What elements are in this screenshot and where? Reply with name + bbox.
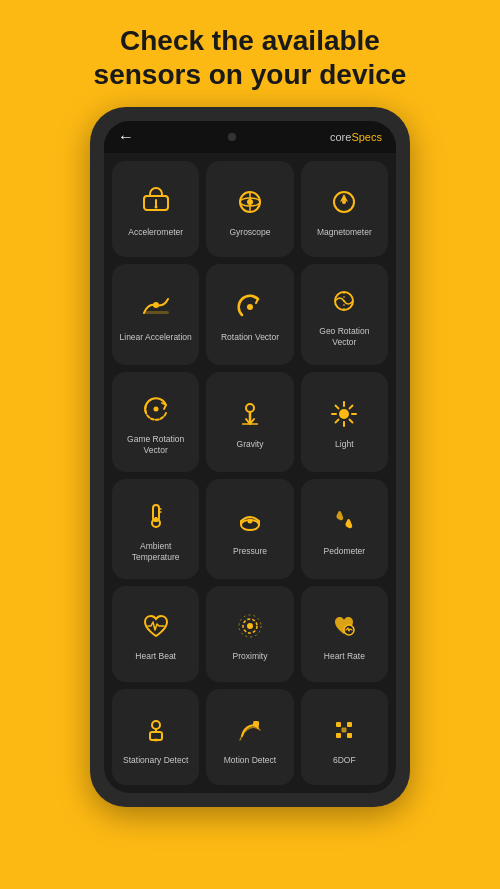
- pressure-icon: [231, 502, 269, 540]
- sensor-game-rotation-vector[interactable]: Game Rotation Vector: [112, 372, 199, 472]
- heart-beat-icon: [137, 607, 175, 645]
- game-rotation-vector-icon: [137, 390, 175, 428]
- sensor-light[interactable]: Light: [301, 372, 388, 472]
- header-line2: sensors on your device: [94, 59, 407, 90]
- sensor-heart-beat[interactable]: Heart Beat: [112, 586, 199, 682]
- header-text: Check the available sensors on your devi…: [64, 0, 437, 107]
- back-button[interactable]: ←: [118, 128, 134, 146]
- sensor-gravity[interactable]: Gravity: [206, 372, 293, 472]
- sensor-linear-acceleration[interactable]: Linear Acceleration: [112, 264, 199, 364]
- magnetometer-icon: [325, 183, 363, 221]
- sensor-magnetometer[interactable]: Magnetometer: [301, 161, 388, 257]
- phone-top-bar: ← coreSpecs: [104, 121, 396, 153]
- stationary-detect-label: Stationary Detect: [123, 755, 188, 766]
- svg-point-8: [342, 200, 346, 204]
- sensors-grid[interactable]: Accelerometer Gyroscope Magnetometer: [104, 153, 396, 793]
- accelerometer-icon: [137, 183, 175, 221]
- svg-point-38: [152, 721, 160, 729]
- geo-rotation-vector-icon: [325, 282, 363, 320]
- sensor-geo-rotation-vector[interactable]: Geo Rotation Vector: [301, 264, 388, 364]
- svg-point-32: [247, 519, 252, 524]
- svg-point-2: [154, 205, 157, 208]
- svg-point-10: [153, 302, 159, 308]
- phone-screen: ← coreSpecs Accelerometer Gyroscope: [104, 121, 396, 793]
- rotation-vector-label: Rotation Vector: [221, 332, 279, 343]
- gyroscope-icon: [231, 183, 269, 221]
- camera-dot: [228, 133, 236, 141]
- ambient-temperature-label: Ambient Temperature: [118, 541, 193, 563]
- 6dof-label: 6DOF: [333, 755, 356, 766]
- heart-rate-icon: [325, 607, 363, 645]
- svg-line-25: [336, 420, 339, 423]
- pedometer-icon: [325, 502, 363, 540]
- magnetometer-label: Magnetometer: [317, 227, 372, 238]
- svg-rect-43: [347, 722, 352, 727]
- proximity-label: Proximity: [233, 651, 268, 662]
- svg-point-14: [153, 406, 158, 411]
- sensor-stationary-detect[interactable]: Stationary Detect: [112, 689, 199, 785]
- sensor-heart-rate[interactable]: Heart Rate: [301, 586, 388, 682]
- svg-line-22: [336, 406, 339, 409]
- svg-line-24: [350, 406, 353, 409]
- svg-rect-9: [143, 311, 169, 314]
- proximity-icon: [231, 607, 269, 645]
- heart-rate-label: Heart Rate: [324, 651, 365, 662]
- sensor-gyroscope[interactable]: Gyroscope: [206, 161, 293, 257]
- sensor-pedometer[interactable]: Pedometer: [301, 479, 388, 579]
- 6dof-icon: [325, 711, 363, 749]
- svg-point-33: [247, 623, 253, 629]
- gravity-label: Gravity: [237, 439, 264, 450]
- sensor-motion-detect[interactable]: Motion Detect: [206, 689, 293, 785]
- header-section: Check the available sensors on your devi…: [64, 0, 437, 107]
- sensor-ambient-temperature[interactable]: Ambient Temperature: [112, 479, 199, 579]
- light-label: Light: [335, 439, 353, 450]
- pressure-label: Pressure: [233, 546, 267, 557]
- accelerometer-label: Accelerometer: [128, 227, 183, 238]
- svg-rect-46: [342, 727, 347, 732]
- stationary-detect-icon: [137, 711, 175, 749]
- sensor-rotation-vector[interactable]: Rotation Vector: [206, 264, 293, 364]
- svg-rect-42: [336, 722, 341, 727]
- header-line1: Check the available: [120, 25, 380, 56]
- svg-point-11: [247, 304, 253, 310]
- svg-line-23: [350, 420, 353, 423]
- game-rotation-vector-label: Game Rotation Vector: [118, 434, 193, 456]
- light-icon: [325, 395, 363, 433]
- gyroscope-label: Gyroscope: [229, 227, 270, 238]
- geo-rotation-vector-label: Geo Rotation Vector: [307, 326, 382, 348]
- sensor-accelerometer[interactable]: Accelerometer: [112, 161, 199, 257]
- svg-rect-44: [336, 733, 341, 738]
- sensor-proximity[interactable]: Proximity: [206, 586, 293, 682]
- motion-detect-icon: [231, 711, 269, 749]
- heart-beat-label: Heart Beat: [135, 651, 176, 662]
- gravity-icon: [231, 395, 269, 433]
- svg-point-17: [339, 409, 349, 419]
- app-title: coreSpecs: [330, 131, 382, 143]
- svg-rect-45: [347, 733, 352, 738]
- sensor-6dof[interactable]: 6DOF: [301, 689, 388, 785]
- sensor-pressure[interactable]: Pressure: [206, 479, 293, 579]
- ambient-temperature-icon: [137, 497, 175, 535]
- app-title-accent: Specs: [351, 131, 382, 143]
- motion-detect-label: Motion Detect: [224, 755, 276, 766]
- pedometer-label: Pedometer: [324, 546, 366, 557]
- phone-frame: ← coreSpecs Accelerometer Gyroscope: [90, 107, 410, 807]
- rotation-vector-icon: [231, 288, 269, 326]
- linear-acceleration-label: Linear Acceleration: [120, 332, 192, 343]
- svg-point-40: [154, 738, 158, 742]
- linear-acceleration-icon: [137, 288, 175, 326]
